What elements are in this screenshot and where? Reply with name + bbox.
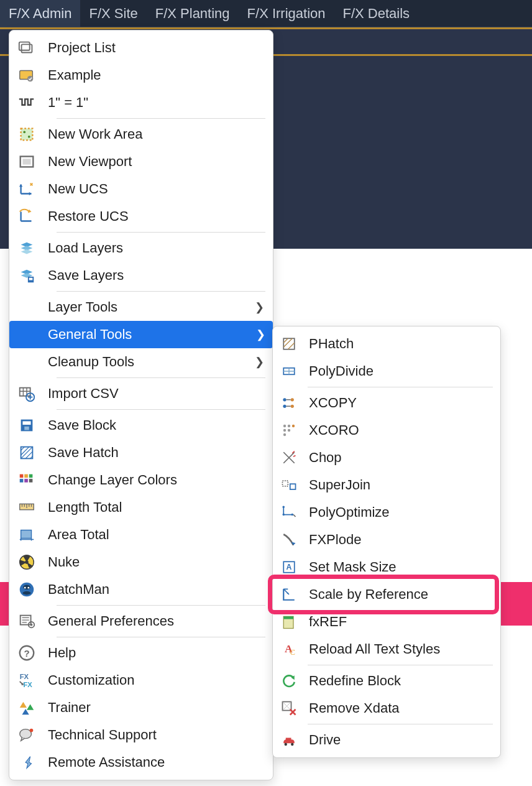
menubar-label: F/X Details <box>343 6 410 22</box>
svg-point-76 <box>291 743 293 746</box>
menu-item-remove-xdata[interactable]: Remove Xdata <box>273 695 500 722</box>
menu-item-trainer[interactable]: Trainer <box>9 694 273 721</box>
menu-item-phatch[interactable]: PHatch <box>273 330 500 358</box>
svg-point-5 <box>23 131 25 133</box>
menu-item-label: General Preferences <box>48 613 265 629</box>
menubar-item-site[interactable]: F/X Site <box>80 0 146 27</box>
menu-item-save-block[interactable]: Save Block <box>9 412 273 439</box>
svg-text:FX: FX <box>23 681 32 688</box>
menu-item-layer-tools[interactable]: Layer Tools❯ <box>9 294 273 321</box>
menu-item-customization[interactable]: FXFXCustomization <box>9 667 273 694</box>
menu-item-xcoro[interactable]: XCORO <box>273 417 500 444</box>
svg-rect-61 <box>290 484 296 489</box>
menu-item-nuke[interactable]: Nuke <box>9 548 273 576</box>
batchman-icon <box>14 580 39 599</box>
menu-item-save-hatch[interactable]: Save Hatch <box>9 439 273 466</box>
svg-rect-25 <box>29 479 33 483</box>
menu-item-label: Remote Assistance <box>48 754 265 770</box>
menu-item-label: Example <box>48 67 265 83</box>
svg-text:?: ? <box>24 648 29 659</box>
preferences-icon <box>14 611 39 631</box>
svg-rect-70 <box>283 616 293 619</box>
menubar: F/X Admin F/X Site F/X Planting F/X Irri… <box>0 0 532 27</box>
scale-icon <box>14 93 39 113</box>
menu-item-chop[interactable]: Chop <box>273 444 500 471</box>
menu-item-label: Scale by Reference <box>309 586 493 603</box>
menu-item-label: New Work Area <box>48 126 265 142</box>
menu-item-label: PHatch <box>309 336 493 352</box>
svg-rect-21 <box>24 474 28 478</box>
menu-item-change-layer-colors[interactable]: Change Layer Colors <box>9 466 273 494</box>
svg-point-34 <box>27 587 29 589</box>
menu-item-label: BatchMan <box>48 581 265 598</box>
menu-item-general-preferences[interactable]: General Preferences <box>9 608 273 635</box>
menu-item-length-total[interactable]: Length Total <box>9 494 273 521</box>
mask-size-icon: A <box>278 557 300 577</box>
svg-point-53 <box>291 405 294 408</box>
svg-rect-23 <box>20 479 24 483</box>
svg-rect-17 <box>22 421 30 425</box>
menu-item-drive[interactable]: Drive <box>273 726 500 754</box>
menu-item-label: Length Total <box>48 499 265 516</box>
menu-item-load-layers[interactable]: Load Layers <box>9 234 273 262</box>
chevron-right-icon: ❯ <box>253 355 265 369</box>
svg-rect-22 <box>29 474 33 478</box>
support-icon <box>14 725 39 745</box>
svg-marker-10 <box>19 185 23 187</box>
menu-item-scale-by-reference[interactable]: Scale by Reference <box>273 581 500 608</box>
menu-item-redefine-block[interactable]: Redefine Block <box>273 667 500 695</box>
menu-item-remote-assistance[interactable]: Remote Assistance <box>9 749 273 776</box>
svg-rect-4 <box>21 129 33 141</box>
menu-item-xcopy[interactable]: XCOPY <box>273 389 500 417</box>
menu-item-cleanup-tools[interactable]: Cleanup Tools❯ <box>9 348 273 376</box>
customization-icon: FXFX <box>14 670 39 690</box>
svg-rect-20 <box>20 474 24 478</box>
menu-item-help[interactable]: ?Help <box>9 639 273 667</box>
menu-item-batchman[interactable]: BatchMan <box>9 576 273 603</box>
menubar-item-planting[interactable]: F/X Planting <box>147 0 239 27</box>
menu-item-new-work-area[interactable]: New Work Area <box>9 121 273 148</box>
menubar-label: F/X Site <box>89 6 137 22</box>
svg-point-56 <box>292 425 295 427</box>
menu-separator <box>308 665 493 665</box>
svg-rect-14 <box>20 388 30 396</box>
menu-item-new-viewport[interactable]: New Viewport <box>9 148 273 175</box>
menu-item-polydivide[interactable]: PolyDivide <box>273 358 500 385</box>
menubar-item-irrigation[interactable]: F/X Irrigation <box>239 0 334 27</box>
menubar-item-admin[interactable]: F/X Admin <box>0 0 80 27</box>
menu-item-fxplode[interactable]: FXPlode <box>273 526 500 553</box>
menu-item-label: Save Hatch <box>48 445 265 461</box>
menu-item-project-list[interactable]: Project List <box>9 34 273 62</box>
menu-separator <box>57 637 265 637</box>
menu-item-save-layers[interactable]: Save Layers <box>9 262 273 289</box>
menu-item-restore-ucs[interactable]: Restore UCS <box>9 203 273 230</box>
menu-item-1-1[interactable]: 1" = 1" <box>9 89 273 116</box>
import-csv-icon <box>14 384 39 404</box>
example-icon <box>14 65 39 85</box>
menu-item-polyoptimize[interactable]: PolyOptimize <box>273 499 500 526</box>
menu-item-superjoin[interactable]: SuperJoin <box>273 471 500 499</box>
phatch-icon <box>278 334 300 354</box>
menu-item-set-mask-size[interactable]: ASet Mask Size <box>273 553 500 581</box>
new-ucs-icon <box>14 179 39 199</box>
menu-separator <box>57 232 265 233</box>
menu-item-technical-support[interactable]: Technical Support <box>9 721 273 749</box>
menu-item-example[interactable]: Example <box>9 62 273 89</box>
menu-item-new-ucs[interactable]: New UCS <box>9 175 273 203</box>
viewport-icon <box>14 152 39 172</box>
svg-text:A: A <box>287 563 292 571</box>
svg-point-52 <box>291 398 294 401</box>
menu-item-general-tools[interactable]: General Tools❯ <box>9 321 273 348</box>
svg-marker-43 <box>20 702 27 708</box>
menu-item-area-total[interactable]: Area Total <box>9 521 273 548</box>
menu-item-import-csv[interactable]: Import CSV <box>9 380 273 407</box>
menu-separator <box>57 377 265 378</box>
load-layers-icon <box>14 238 39 258</box>
menubar-item-details[interactable]: F/X Details <box>334 0 419 27</box>
svg-point-33 <box>24 587 26 589</box>
svg-rect-77 <box>286 738 291 741</box>
menu-item-reload-all-text-styles[interactable]: ACReload All Text Styles <box>273 636 500 663</box>
menu-item-label: XCORO <box>309 422 493 438</box>
menubar-label: F/X Planting <box>155 6 230 22</box>
menu-item-fxref[interactable]: fxREF <box>273 608 500 636</box>
